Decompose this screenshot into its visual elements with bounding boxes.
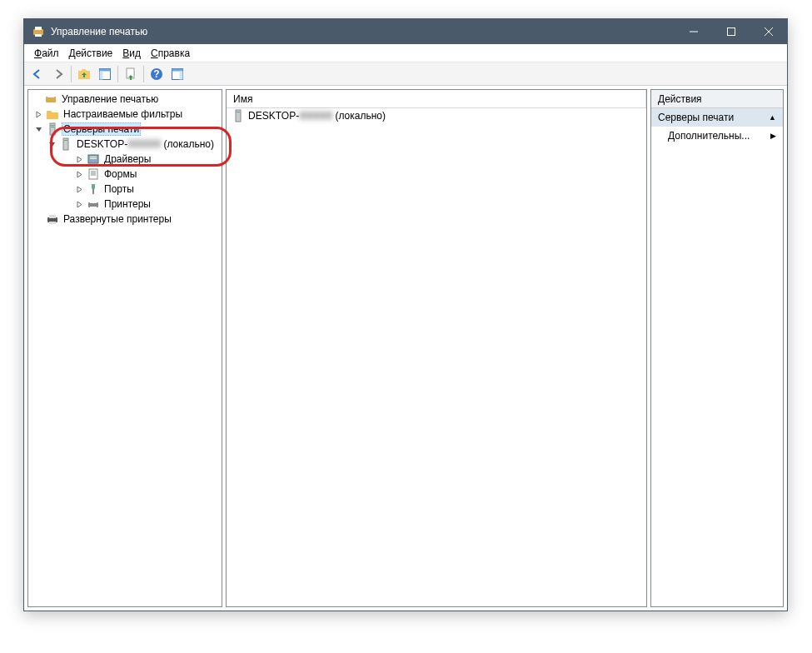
svg-rect-26 xyxy=(92,189,94,194)
server-icon xyxy=(59,137,72,151)
expand-icon[interactable] xyxy=(74,184,85,195)
tree-filters[interactable]: Настраиваемые фильтры xyxy=(28,107,222,122)
window-title: Управление печатью xyxy=(51,26,675,37)
toolbar: ? xyxy=(24,62,787,86)
tree-printers[interactable]: Принтеры xyxy=(28,197,222,212)
svg-rect-28 xyxy=(90,200,97,203)
svg-rect-14 xyxy=(46,97,56,102)
show-hide-tree-button[interactable] xyxy=(95,64,115,84)
list-pane: Имя DESKTOP-XXXXX (локально) xyxy=(226,89,647,607)
titlebar: Управление печатью xyxy=(24,19,787,44)
svg-rect-34 xyxy=(237,112,240,112)
forward-button[interactable] xyxy=(48,64,68,84)
tree-print-servers[interactable]: Серверы печати xyxy=(28,122,222,137)
minimize-button[interactable] xyxy=(675,19,712,44)
action-pane: Действия Серверы печати ▲ Дополнительны.… xyxy=(650,89,784,607)
menu-help[interactable]: Справка xyxy=(146,45,195,62)
svg-rect-24 xyxy=(89,169,97,179)
back-button[interactable] xyxy=(27,64,47,84)
svg-rect-29 xyxy=(90,207,97,209)
menu-action[interactable]: Действие xyxy=(64,45,118,62)
svg-rect-22 xyxy=(90,157,97,157)
svg-rect-17 xyxy=(51,125,54,126)
svg-rect-31 xyxy=(49,215,56,218)
drivers-icon xyxy=(87,152,100,166)
server-icon xyxy=(46,122,59,136)
tree-pane: Управление печатью Настраиваемые фильтры… xyxy=(27,89,222,607)
svg-rect-13 xyxy=(180,71,183,79)
tree-ports[interactable]: Порты xyxy=(28,182,222,197)
toolbar-separator xyxy=(71,66,72,82)
svg-rect-12 xyxy=(172,68,183,71)
svg-rect-20 xyxy=(64,140,67,141)
svg-rect-1 xyxy=(35,27,42,30)
svg-rect-25 xyxy=(92,184,95,189)
column-header-name[interactable]: Имя xyxy=(227,90,646,108)
chevron-up-icon: ▲ xyxy=(769,113,776,122)
tree-deployed-printers[interactable]: Развернутые принтеры xyxy=(28,212,222,227)
printer-icon xyxy=(87,197,100,211)
svg-rect-0 xyxy=(33,29,43,35)
folder-icon xyxy=(46,107,59,121)
svg-rect-6 xyxy=(100,68,111,71)
forms-icon xyxy=(87,167,100,181)
tree-forms[interactable]: Формы xyxy=(28,167,222,182)
chevron-right-icon: ▶ xyxy=(770,132,776,140)
server-icon xyxy=(232,109,245,122)
maximize-button[interactable] xyxy=(712,19,750,44)
list-item[interactable]: DESKTOP-XXXXX (локально) xyxy=(227,108,646,123)
print-management-icon xyxy=(44,92,57,106)
svg-rect-15 xyxy=(47,94,54,97)
menubar: Файл Действие Вид Справка xyxy=(24,44,787,62)
svg-rect-3 xyxy=(727,28,735,36)
printer-icon xyxy=(46,212,59,226)
expand-icon[interactable] xyxy=(74,154,85,165)
actions-section[interactable]: Серверы печати ▲ xyxy=(651,108,783,127)
up-button[interactable] xyxy=(74,64,94,84)
expand-icon[interactable] xyxy=(33,109,44,120)
toolbar-separator xyxy=(117,66,118,82)
svg-rect-7 xyxy=(100,71,103,79)
actions-header: Действия xyxy=(651,90,783,108)
collapse-icon[interactable] xyxy=(33,124,44,135)
close-button[interactable] xyxy=(750,19,787,44)
app-icon xyxy=(32,25,45,38)
tree-desktop-server[interactable]: DESKTOP-XXXXX (локально) xyxy=(28,137,222,152)
help-button[interactable]: ? xyxy=(147,64,167,84)
svg-rect-2 xyxy=(35,34,42,37)
menu-file[interactable]: Файл xyxy=(29,45,64,62)
ports-icon xyxy=(87,182,100,196)
toolbar-separator xyxy=(143,66,144,82)
export-list-button[interactable] xyxy=(121,64,141,84)
actions-more[interactable]: Дополнительны... ▶ xyxy=(651,127,783,145)
tree-root[interactable]: Управление печатью xyxy=(28,92,222,107)
svg-rect-32 xyxy=(49,222,56,224)
menu-view[interactable]: Вид xyxy=(117,45,146,62)
svg-rect-23 xyxy=(90,158,97,159)
svg-rect-18 xyxy=(51,127,54,127)
expand-icon[interactable] xyxy=(74,199,85,210)
collapse-icon[interactable] xyxy=(47,139,57,150)
show-hide-action-button[interactable] xyxy=(167,64,187,84)
tree-drivers[interactable]: Драйверы xyxy=(28,152,222,167)
expand-icon[interactable] xyxy=(74,169,85,180)
svg-text:?: ? xyxy=(153,68,159,80)
